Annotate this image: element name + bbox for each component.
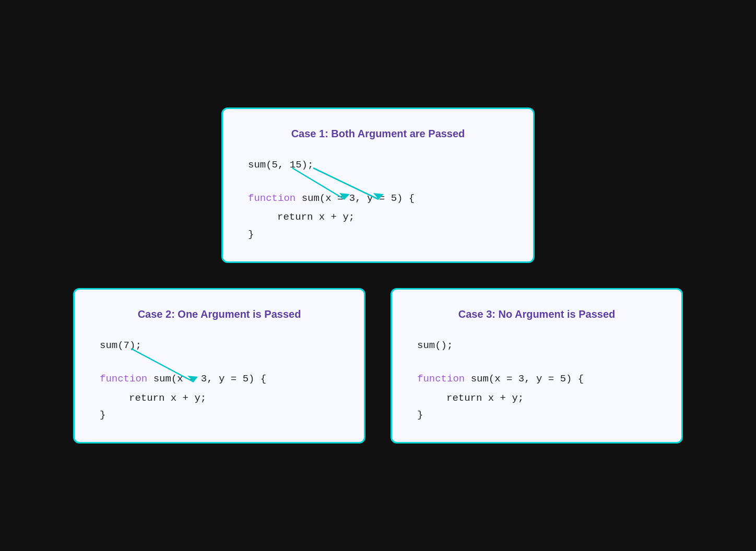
case1-return: return x + y;	[248, 209, 508, 225]
case3-code: sum(); function sum(x = 3, y = 5) { retu…	[417, 337, 656, 423]
case2-card: Case 2: One Argument is Passed sum(7); f…	[73, 288, 365, 444]
case1-keyword: function	[248, 193, 296, 204]
case3-return: return x + y;	[417, 390, 656, 406]
case2-call: sum(7);	[100, 337, 339, 354]
case2-func: function sum(x = 3, y = 5) {	[100, 370, 339, 387]
case2-funcsig: sum(x = 3, y = 5) {	[153, 373, 267, 385]
case2-keyword: function	[100, 373, 147, 385]
case1-close: }	[248, 226, 508, 243]
case3-func: function sum(x = 3, y = 5) {	[417, 370, 656, 387]
case1-title: Case 1: Both Argument are Passed	[248, 128, 508, 140]
case2-return: return x + y;	[100, 390, 339, 406]
case3-keyword: function	[417, 373, 465, 385]
case3-call: sum();	[417, 337, 656, 354]
bottom-row: Case 2: One Argument is Passed sum(7); f…	[73, 288, 683, 444]
case3-title: Case 3: No Argument is Passed	[417, 308, 656, 320]
case3-funcsig: sum(x = 3, y = 5) {	[471, 373, 584, 385]
main-container: Case 1: Both Argument are Passed sum(5, …	[52, 87, 704, 464]
case1-func: function sum(x = 3, y = 5) {	[248, 190, 508, 207]
case3-close: }	[417, 406, 656, 423]
case2-title: Case 2: One Argument is Passed	[100, 308, 339, 320]
case1-code: sum(5, 15); function sum(x = 3, y = 5) {…	[248, 157, 508, 243]
case1-card: Case 1: Both Argument are Passed sum(5, …	[221, 107, 535, 263]
case2-code: sum(7); function sum(x = 3, y = 5) { ret…	[100, 337, 339, 423]
case1-funcsig: sum(x = 3, y = 5) {	[302, 193, 415, 204]
case2-close: }	[100, 406, 339, 423]
case1-call: sum(5, 15);	[248, 157, 508, 173]
case3-card: Case 3: No Argument is Passed sum(); fun…	[391, 288, 683, 444]
